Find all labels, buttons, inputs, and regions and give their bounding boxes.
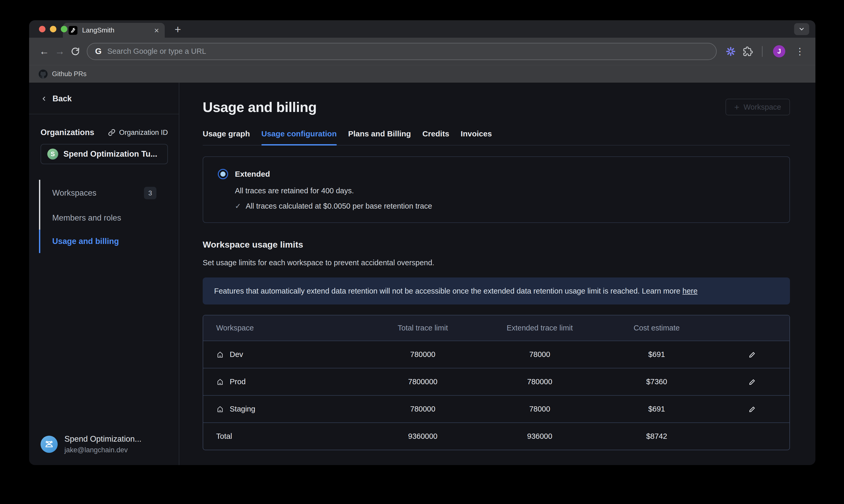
- extensions-puzzle-icon[interactable]: [740, 44, 755, 59]
- retention-option-label: Extended: [235, 170, 270, 179]
- window-close-button[interactable]: [39, 26, 46, 32]
- sidebar-item-label: Usage and billing: [52, 237, 119, 246]
- table-header: Workspace Total trace limit Extended tra…: [203, 316, 789, 341]
- browser-tab-langsmith[interactable]: LangSmith ×: [63, 23, 165, 38]
- cost-estimate-value: $691: [598, 350, 715, 359]
- sidebar-item-usage-and-billing[interactable]: Usage and billing: [39, 230, 157, 253]
- browser-window: LangSmith × + ← → G Search Google or typ…: [29, 20, 815, 465]
- address-bar-placeholder: Search Google or type a URL: [107, 47, 206, 56]
- workspace-name: Dev: [230, 350, 243, 359]
- organization-id-link[interactable]: Organization ID: [108, 129, 168, 137]
- tab-plans-and-billing[interactable]: Plans and Billing: [348, 129, 411, 145]
- sidebar-divider: [29, 114, 179, 114]
- window-minimize-button[interactable]: [50, 26, 56, 32]
- total-trace-limit-value: 7800000: [364, 377, 481, 386]
- tab-search-button[interactable]: [794, 23, 809, 35]
- workspace-name: Staging: [230, 405, 255, 413]
- edit-limit-button[interactable]: [746, 349, 758, 361]
- toolbar-separator: [762, 46, 763, 57]
- table-row-prod: Prod 7800000 780000 $7360: [203, 368, 789, 395]
- back-button[interactable]: Back: [40, 94, 179, 103]
- tab-usage-graph[interactable]: Usage graph: [203, 129, 250, 145]
- browser-toolbar: ← → G Search Google or type a URL J: [29, 38, 815, 65]
- workspace-home-icon: [216, 351, 224, 359]
- tab-credits[interactable]: Credits: [422, 129, 449, 145]
- user-email: jake@langchain.dev: [65, 446, 141, 454]
- people-icon: [44, 439, 54, 449]
- address-bar[interactable]: G Search Google or type a URL: [87, 43, 717, 60]
- usage-limits-table: Workspace Total trace limit Extended tra…: [203, 315, 790, 450]
- window-zoom-button[interactable]: [61, 26, 67, 32]
- cost-estimate-sum: $8742: [598, 432, 715, 440]
- edit-limit-button[interactable]: [746, 376, 758, 388]
- tab-title: LangSmith: [82, 26, 149, 34]
- forward-navigation-icon[interactable]: →: [52, 44, 68, 59]
- radio-dot: [220, 172, 226, 177]
- window-controls: [39, 26, 67, 32]
- billing-tabs: Usage graph Usage configuration Plans an…: [203, 129, 790, 145]
- column-header-cost-estimate: Cost estimate: [598, 324, 715, 332]
- sidebar-item-workspaces[interactable]: Workspaces 3: [39, 180, 157, 206]
- organization-id-label: Organization ID: [119, 129, 168, 137]
- edit-limit-button[interactable]: [746, 403, 758, 415]
- browser-menu-icon[interactable]: ⋮: [791, 46, 808, 57]
- total-trace-limit-value: 780000: [364, 405, 481, 413]
- organizations-header: Organizations Organization ID: [40, 128, 168, 137]
- chevron-left-icon: [40, 95, 47, 102]
- extension-spark-icon[interactable]: [723, 44, 738, 59]
- back-navigation-icon[interactable]: ←: [36, 44, 52, 59]
- user-profile[interactable]: Spend Optimization... jake@langchain.dev: [40, 434, 141, 454]
- retention-info-banner: Features that automatically extend data …: [203, 277, 790, 305]
- add-workspace-button[interactable]: + Workspace: [725, 99, 790, 115]
- workspace-name: Prod: [230, 377, 246, 386]
- workspace-home-icon: [216, 405, 224, 413]
- back-label: Back: [53, 94, 72, 103]
- new-tab-button[interactable]: +: [175, 23, 181, 35]
- retention-option-card: Extended All traces are retained for 400…: [203, 156, 790, 223]
- limits-description: Set usage limits for each workspace to p…: [203, 258, 790, 267]
- user-name: Spend Optimization...: [65, 434, 141, 444]
- workspaces-count-badge: 3: [144, 187, 157, 199]
- langsmith-app: Back Organizations Organization ID S Spe…: [29, 83, 815, 465]
- total-trace-limit-value: 780000: [364, 350, 481, 359]
- organization-avatar: S: [47, 149, 58, 160]
- total-trace-limit-sum: 9360000: [364, 432, 481, 440]
- pencil-icon: [748, 378, 756, 386]
- pencil-icon: [748, 405, 756, 413]
- learn-more-link[interactable]: here: [682, 287, 697, 295]
- google-logo-icon: G: [95, 47, 102, 56]
- extended-trace-limit-value: 78000: [481, 350, 598, 359]
- workspace-home-icon: [216, 378, 224, 386]
- column-header-extended-trace-limit: Extended trace limit: [481, 324, 598, 332]
- retention-bullet: All traces calculated at $0.0050 per bas…: [246, 202, 432, 211]
- sidebar-nav: Workspaces 3 Members and roles Usage and…: [39, 180, 157, 253]
- github-icon: [38, 69, 48, 79]
- reload-icon[interactable]: [68, 44, 83, 59]
- total-row-label: Total: [216, 432, 232, 440]
- sidebar-item-label: Workspaces: [52, 188, 96, 198]
- organization-name: Spend Optimization Tu...: [64, 149, 157, 159]
- plus-icon: +: [734, 103, 739, 111]
- cost-estimate-value: $691: [598, 405, 715, 413]
- extended-trace-limit-sum: 936000: [481, 432, 598, 440]
- check-icon: ✓: [235, 202, 241, 211]
- bookmark-github-prs[interactable]: Github PRs: [52, 70, 87, 78]
- main-content: Usage and billing + Workspace Usage grap…: [179, 83, 815, 465]
- table-row-dev: Dev 780000 78000 $691: [203, 341, 789, 368]
- bookmarks-bar: Github PRs: [29, 65, 815, 83]
- tab-invoices[interactable]: Invoices: [461, 129, 492, 145]
- retention-description: All traces are retained for 400 days.: [235, 186, 779, 195]
- toolbar-actions: J ⋮: [723, 44, 808, 59]
- page-title: Usage and billing: [203, 99, 317, 115]
- table-row-staging: Staging 780000 78000 $691: [203, 395, 789, 422]
- link-icon: [108, 129, 115, 136]
- tab-close-icon[interactable]: ×: [154, 26, 159, 35]
- cost-estimate-value: $7360: [598, 377, 715, 386]
- extended-radio[interactable]: [218, 169, 228, 179]
- sidebar-item-label: Members and roles: [52, 213, 121, 223]
- tab-usage-configuration[interactable]: Usage configuration: [262, 129, 337, 145]
- extended-trace-limit-value: 78000: [481, 405, 598, 413]
- sidebar-item-members-and-roles[interactable]: Members and roles: [39, 206, 157, 230]
- organization-selector[interactable]: S Spend Optimization Tu...: [40, 144, 168, 164]
- profile-avatar[interactable]: J: [773, 45, 785, 57]
